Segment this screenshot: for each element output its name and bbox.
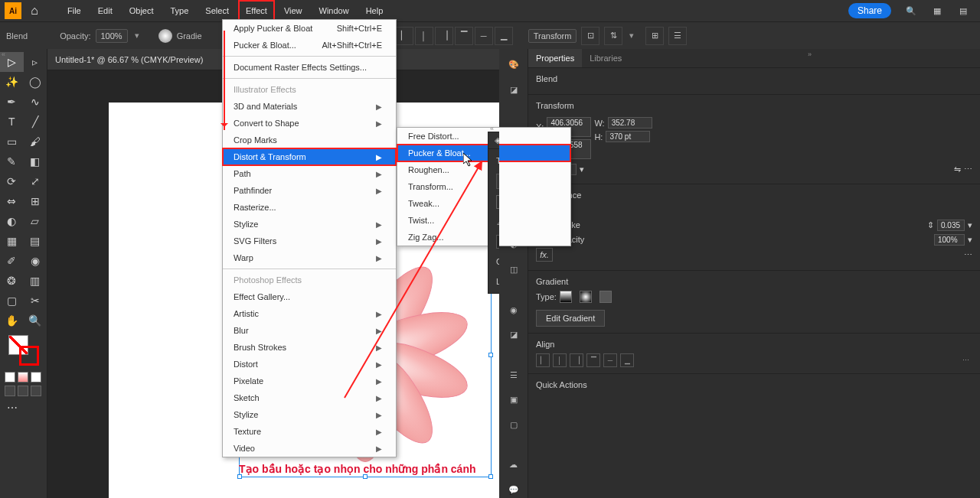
menu-select[interactable]: Select [198,0,237,21]
menu-stylize[interactable]: Stylize▶ [223,216,396,233]
menu-apply-last-effect[interactable]: Apply Pucker & BloatShift+Ctrl+E [223,20,396,37]
width-tool-icon[interactable]: ⇔ [0,191,24,211]
submenu-twist[interactable]: Twist... [397,212,570,229]
eraser-tool-icon[interactable]: ◧ [24,151,47,171]
align-top-icon[interactable]: ▔ [586,353,600,367]
height-field[interactable]: 370 pt [606,131,650,142]
menu-3d-materials[interactable]: 3D and Materials▶ [223,98,396,115]
menu-artistic[interactable]: Artistic▶ [223,305,396,322]
panel-collapse-icon[interactable]: » [808,50,812,58]
menu-help[interactable]: Help [358,0,391,21]
transform-button[interactable]: Transform [528,29,577,43]
appearance-more-icon[interactable]: ⋯ [964,250,972,260]
edit-gradient-button[interactable]: Edit Gradient [536,310,605,327]
artboard-tool-icon[interactable]: ▢ [0,291,24,311]
panel-collapse-icon[interactable]: « [490,125,494,132]
menu-pixelate[interactable]: Pixelate▶ [223,373,396,389]
align-bottom-icon[interactable]: ▁ [620,353,634,367]
curvature-tool-icon[interactable]: ∿ [24,92,47,112]
menu-video[interactable]: Video▶ [223,440,396,457]
menu-brush-strokes[interactable]: Brush Strokes▶ [223,339,396,356]
symbol-tool-icon[interactable]: ❂ [0,271,24,291]
draw-behind-icon[interactable] [18,386,28,396]
menu-effect[interactable]: Effect [238,0,275,21]
lasso-tool-icon[interactable]: ◯ [24,72,47,92]
line-tool-icon[interactable]: ╱ [24,112,47,132]
doc-setup-icon[interactable]: ⊞ [645,27,664,45]
draw-inside-icon[interactable] [31,386,41,396]
blend-options-icon[interactable]: ⇅ [604,27,622,45]
menu-raster-settings[interactable]: Document Raster Effects Settings... [223,59,396,76]
free-transform-icon[interactable]: ⊞ [24,191,47,211]
menu-warp[interactable]: Warp▶ [223,249,396,266]
menu-last-effect[interactable]: Pucker & Bloat...Alt+Shift+Ctrl+E [223,37,396,54]
panel-collapse-icon[interactable]: « [2,50,5,58]
home-icon[interactable]: ⌂ [26,2,43,19]
hand-tool-icon[interactable]: ✋ [0,311,24,330]
appearance-opacity-field[interactable]: 100% [934,234,965,246]
shape-builder-icon[interactable]: ◐ [0,211,24,231]
align-left-icon[interactable]: ▏ [536,353,550,367]
zoom-tool-icon[interactable]: 🔍 [24,311,47,330]
draw-normal-icon[interactable] [5,386,15,396]
menu-edit[interactable]: Edit [90,0,120,21]
asset-export-icon[interactable]: ▣ [505,392,522,408]
color-mode-solid[interactable] [5,372,15,382]
rotate-drop-icon[interactable]: ▾ [580,164,584,174]
stroke-weight-field[interactable]: 0.035 [937,220,965,231]
libraries-icon-1[interactable]: ☁ [505,457,522,473]
radial-gradient-btn[interactable] [580,291,592,303]
linear-gradient-btn[interactable] [560,291,572,303]
color-panel-icon[interactable]: 🎨 [505,57,522,73]
opacity-drop-icon[interactable]: ▾ [132,31,142,41]
appearance-icon[interactable]: ◉ [505,302,522,318]
prefs-icon[interactable]: ☰ [668,27,687,45]
align-more-icon[interactable]: ⋯ [959,353,972,367]
flip-icon[interactable]: ⇋ [954,164,961,174]
stroke-drop-icon[interactable]: ▾ [968,220,972,230]
menu-effect-gallery[interactable]: Effect Gallery... [223,288,396,305]
isolate-icon[interactable]: ⊡ [581,27,599,45]
tab-libraries[interactable]: Libraries [582,49,629,67]
opacity-value[interactable]: 100% [96,29,128,43]
menu-view[interactable]: View [276,0,310,21]
menu-path[interactable]: Path▶ [223,165,396,182]
align-right-icon[interactable]: ▕ [570,353,583,367]
menu-sketch[interactable]: Sketch▶ [223,389,396,406]
width-field[interactable]: 352.78 [608,117,652,129]
color-mode-none[interactable] [31,372,41,382]
blend-drop-icon[interactable]: ▾ [627,31,636,41]
menu-texture[interactable]: Texture▶ [223,423,396,440]
workspace-icon[interactable]: ▤ [954,2,972,20]
align-vcenter-icon[interactable]: ─ [475,27,493,45]
menu-file[interactable]: File [60,0,89,21]
shaper-tool-icon[interactable]: ✎ [0,151,24,171]
submenu-free-distort[interactable]: Free Distort... [397,128,570,145]
submenu-transform[interactable]: Transform... [397,178,570,195]
gradient-tool-icon[interactable]: ▤ [24,231,47,251]
graphic-styles-icon[interactable]: ◪ [505,327,522,343]
magic-wand-tool-icon[interactable]: ✨ [0,72,24,92]
color-mode-gradient[interactable] [18,372,28,382]
perspective-icon[interactable]: ▱ [24,211,47,231]
appearance-opacity-drop-icon[interactable]: ▾ [968,235,972,245]
menu-distort[interactable]: Distort▶ [223,356,396,373]
scale-tool-icon[interactable]: ⤢ [24,171,47,191]
eyedropper-tool-icon[interactable]: ✐ [0,251,24,271]
fx-button[interactable]: fx. [536,248,553,262]
align-bottom-icon[interactable]: ▁ [495,27,513,45]
menu-type[interactable]: Type [163,0,197,21]
layers-icon[interactable]: ☰ [505,367,522,383]
edit-toolbar-icon[interactable]: ⋯ [0,398,24,418]
freeform-gradient-btn[interactable] [599,291,612,303]
blend-tool-icon[interactable]: ◉ [24,251,47,271]
submenu-roughen[interactable]: Roughen... [397,161,570,178]
arrange-icon[interactable]: ▦ [928,2,946,20]
slice-tool-icon[interactable]: ✂ [24,291,47,311]
menu-stylize-ps[interactable]: Stylize▶ [223,406,396,423]
edit-gradient-button[interactable]: radient [496,174,499,189]
share-button[interactable]: Share [848,3,891,18]
align-vcenter-icon[interactable]: ─ [603,353,617,367]
menu-crop-marks[interactable]: Crop Marks [223,132,396,148]
align-right-icon[interactable]: ▕ [435,27,453,45]
